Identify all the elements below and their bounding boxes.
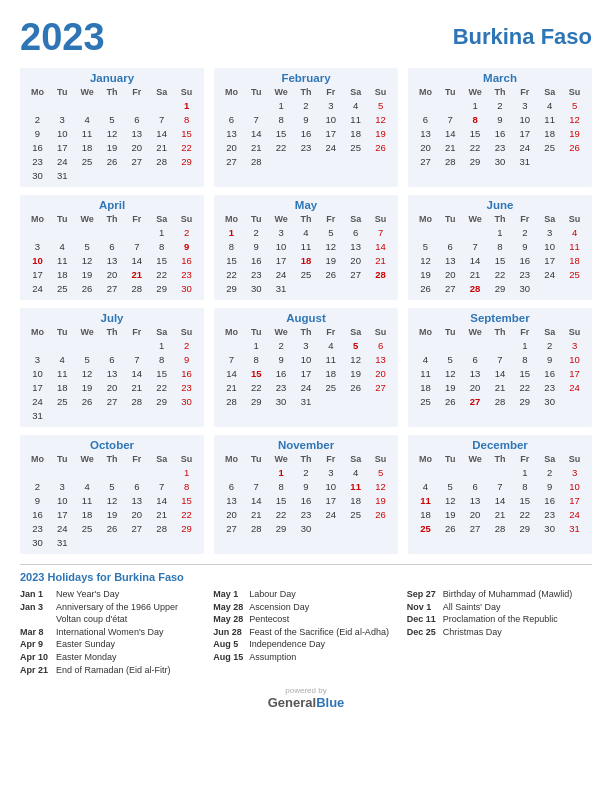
cal-day: 1	[269, 465, 294, 479]
holiday-name: Labour Day	[249, 588, 296, 601]
cal-day: 21	[463, 267, 488, 281]
cal-day: 17	[562, 366, 587, 380]
cal-day: 21	[488, 507, 513, 521]
cal-day: 7	[124, 239, 149, 253]
cal-day: 27	[413, 154, 438, 168]
cal-day: 5	[318, 225, 343, 239]
cal-day: 30	[512, 281, 537, 295]
day-header: Su	[174, 86, 199, 98]
cal-day: 13	[463, 493, 488, 507]
cal-day	[124, 465, 149, 479]
cal-day: 31	[269, 281, 294, 295]
cal-table: MoTuWeThFrSaSu12345678910111213141516171…	[25, 453, 199, 549]
day-header: Th	[294, 453, 319, 465]
cal-day	[368, 521, 393, 535]
cal-day: 14	[244, 493, 269, 507]
cal-day: 24	[294, 380, 319, 394]
cal-day: 1	[219, 225, 244, 239]
cal-day: 16	[294, 126, 319, 140]
cal-day: 28	[124, 394, 149, 408]
cal-day	[318, 521, 343, 535]
cal-day: 31	[50, 535, 75, 549]
cal-day	[343, 394, 368, 408]
cal-day: 31	[294, 394, 319, 408]
day-header: Su	[368, 86, 393, 98]
cal-day: 8	[149, 239, 174, 253]
cal-day: 11	[413, 493, 438, 507]
cal-day: 23	[25, 521, 50, 535]
cal-day: 14	[124, 253, 149, 267]
cal-day: 12	[413, 253, 438, 267]
cal-day: 1	[244, 338, 269, 352]
cal-day	[75, 408, 100, 422]
day-header: Mo	[413, 453, 438, 465]
cal-day	[438, 225, 463, 239]
cal-day: 26	[368, 140, 393, 154]
cal-day: 19	[368, 493, 393, 507]
holiday-item: Dec 11Proclamation of the Republic	[407, 613, 592, 626]
cal-day: 18	[343, 126, 368, 140]
cal-day: 12	[75, 366, 100, 380]
cal-day: 14	[149, 126, 174, 140]
day-header: Tu	[50, 213, 75, 225]
country-label: Burkina Faso	[453, 26, 592, 48]
cal-table: MoTuWeThFrSaSu12345678910111213141516171…	[413, 326, 587, 408]
cal-day: 16	[269, 366, 294, 380]
day-header: Th	[294, 86, 319, 98]
cal-day: 6	[438, 239, 463, 253]
cal-day: 2	[25, 112, 50, 126]
holiday-date: Apr 21	[20, 664, 52, 677]
day-header: Fr	[124, 86, 149, 98]
cal-day: 2	[174, 338, 199, 352]
day-header: Su	[368, 213, 393, 225]
cal-day: 10	[537, 239, 562, 253]
cal-day: 28	[438, 154, 463, 168]
cal-day	[318, 281, 343, 295]
cal-day: 4	[537, 98, 562, 112]
month-block-march: MarchMoTuWeThFrSaSu123456789101112131415…	[408, 68, 592, 187]
cal-day: 24	[50, 154, 75, 168]
cal-day: 7	[438, 112, 463, 126]
holiday-item: Dec 25Christmas Day	[407, 626, 592, 639]
cal-day: 10	[50, 126, 75, 140]
day-header: Fr	[124, 453, 149, 465]
cal-day: 11	[537, 112, 562, 126]
cal-day: 4	[50, 352, 75, 366]
cal-day: 27	[463, 521, 488, 535]
month-block-may: MayMoTuWeThFrSaSu12345678910111213141516…	[214, 195, 398, 300]
cal-day: 4	[413, 479, 438, 493]
cal-day: 25	[562, 267, 587, 281]
year-label: 2023	[20, 18, 105, 56]
cal-day	[244, 465, 269, 479]
cal-day	[149, 465, 174, 479]
cal-day: 20	[219, 140, 244, 154]
cal-day	[413, 465, 438, 479]
cal-day: 3	[50, 479, 75, 493]
holiday-item: Mar 8International Women's Day	[20, 626, 205, 639]
month-block-april: AprilMoTuWeThFrSaSu123456789101112131415…	[20, 195, 204, 300]
cal-day: 22	[174, 140, 199, 154]
cal-day: 19	[100, 140, 125, 154]
day-header: Su	[174, 326, 199, 338]
cal-day	[562, 394, 587, 408]
cal-day	[124, 408, 149, 422]
header: 2023 Burkina Faso	[20, 18, 592, 56]
cal-day: 7	[219, 352, 244, 366]
day-header: Sa	[149, 326, 174, 338]
day-header: Mo	[219, 86, 244, 98]
cal-day: 12	[368, 479, 393, 493]
cal-day	[100, 338, 125, 352]
cal-day: 15	[149, 366, 174, 380]
cal-day: 13	[100, 366, 125, 380]
cal-day: 9	[488, 112, 513, 126]
day-header: Sa	[149, 213, 174, 225]
cal-day	[219, 338, 244, 352]
cal-day: 7	[463, 239, 488, 253]
cal-day	[100, 168, 125, 182]
cal-day: 28	[368, 267, 393, 281]
cal-day	[294, 281, 319, 295]
cal-table: MoTuWeThFrSaSu12345678910111213141516171…	[25, 213, 199, 295]
cal-day: 25	[75, 154, 100, 168]
cal-day: 22	[269, 140, 294, 154]
cal-day: 2	[25, 479, 50, 493]
